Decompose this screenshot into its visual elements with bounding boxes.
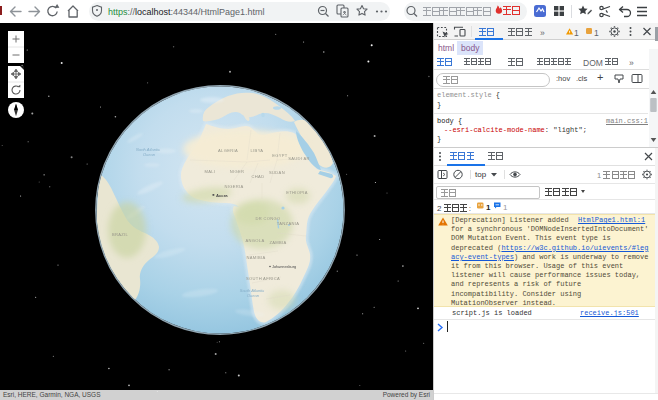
- svg-text:TANZANIA: TANZANIA: [277, 221, 299, 226]
- svg-text:MALI: MALI: [205, 169, 216, 174]
- svg-text:Ocean: Ocean: [247, 293, 260, 298]
- svg-text:Ocean: Ocean: [143, 152, 156, 157]
- svg-text:EGYPT: EGYPT: [272, 153, 288, 158]
- svg-text:ZAMBIA: ZAMBIA: [269, 240, 286, 245]
- svg-text:Johannesburg: Johannesburg: [272, 265, 296, 269]
- svg-text:ALGERIA: ALGERIA: [218, 148, 238, 153]
- svg-text:SAUDI AR: SAUDI AR: [288, 156, 310, 161]
- svg-text:ANGOLA: ANGOLA: [246, 238, 265, 243]
- svg-text:BRAZIL: BRAZIL: [112, 232, 129, 237]
- svg-text:LIBYA: LIBYA: [251, 148, 264, 153]
- svg-text:CHAD: CHAD: [252, 174, 265, 179]
- svg-text:NIGER: NIGER: [230, 169, 244, 174]
- svg-text:SOUTH AFRICA: SOUTH AFRICA: [246, 276, 280, 281]
- svg-text:ETHIOPIA: ETHIOPIA: [286, 190, 308, 195]
- svg-text:SUDAN: SUDAN: [269, 170, 285, 175]
- svg-text:NIGERIA: NIGERIA: [225, 184, 244, 189]
- svg-text:NAMIBIA: NAMIBIA: [247, 255, 266, 260]
- svg-text:Accra: Accra: [216, 193, 228, 198]
